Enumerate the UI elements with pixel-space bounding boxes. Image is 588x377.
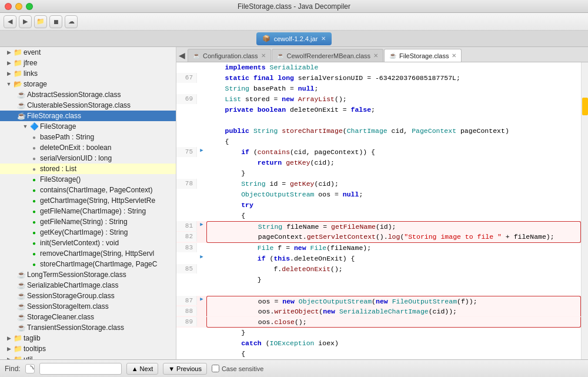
tree-item-jfree[interactable]: ▶ 📁 jfree — [0, 58, 176, 68]
tab-label: Configuration.class — [203, 52, 258, 59]
code-line: String basePath = null; — [176, 84, 581, 94]
jar-tab[interactable]: 📦 cewolf-1.2.4.jar ✕ — [256, 32, 332, 45]
code-line: 75 ▶ if (contains(cid, pageContext)) { — [176, 147, 581, 158]
previous-button[interactable]: ▼ Previous — [163, 363, 207, 375]
tree-item-contains[interactable]: ● contains(ChartImage, PageContext) — [0, 185, 176, 195]
tree-item-sessionitem[interactable]: ☕ SessionStorageItem.class — [0, 301, 176, 312]
line-number: 81 — [176, 221, 197, 231]
tree-item-abstractsession[interactable]: ☕ AbstractSessionStorage.class — [0, 89, 176, 100]
tab-label: CewolfRendererMBean.class — [287, 52, 370, 59]
line-marker: ▶ — [197, 221, 206, 229]
next-button[interactable]: ▲ Next — [126, 363, 159, 375]
tree-label: jfree — [24, 59, 37, 67]
tree-label: FileStorage — [40, 122, 76, 131]
tab-configuration[interactable]: ☕ Configuration.class ✕ — [188, 49, 271, 62]
tree-item-longterm[interactable]: ☕ LongTermSessionStorage.class — [0, 269, 176, 280]
tab-filestorage[interactable]: ☕ FileStorage.class ✕ — [384, 49, 462, 62]
tree-item-storechart[interactable]: ● storeChartImage(ChartImage, PageC — [0, 259, 176, 269]
tree-item-tooltips[interactable]: ▶ 📁 tooltips — [0, 343, 176, 354]
class-icon: ☕ — [16, 90, 26, 99]
stop-button[interactable]: ⏹ — [49, 15, 62, 28]
code-line: catch (IOException ioex) — [176, 338, 581, 349]
tree-item-filestorage[interactable]: ☕ FileStorage.class — [0, 111, 176, 121]
code-line-82: 82 pageContext.getServletContext().log("… — [176, 232, 581, 242]
tree-label: getFileName(ChartImage) : String — [40, 207, 146, 215]
tree-item-serializable[interactable]: ☕ SerializableChartImage.class — [0, 280, 176, 291]
tree-item-transientsession[interactable]: ☕ TransientSessionStorage.class — [0, 322, 176, 333]
line-code: { — [206, 349, 581, 359]
back-button[interactable]: ◀ — [4, 15, 16, 28]
class-icon: ☕ — [16, 291, 26, 301]
line-number: 89 — [176, 317, 197, 327]
tree-item-filestorage-folder[interactable]: ▼ 🔷 FileStorage — [0, 121, 176, 132]
tree-item-util[interactable]: ▶ 📁 util — [0, 354, 176, 359]
prev-icon: ▼ — [168, 365, 175, 372]
line-code: static final long serialVersionUID = -63… — [206, 73, 581, 83]
tree-item-event[interactable]: ▶ 📁 event — [0, 47, 176, 58]
tab-nav-prev[interactable]: ◀ — [176, 49, 187, 62]
tree-item-constructor[interactable]: ● FileStorage() — [0, 174, 176, 185]
tree-item-taglib[interactable]: ▶ 📁 taglib — [0, 333, 176, 343]
tree-item-serialversionuid[interactable]: ● serialVersionUID : long — [0, 153, 176, 164]
code-area: ◀ ☕ Configuration.class ✕ ☕ CewolfRender… — [176, 47, 588, 359]
tree-item-storagecleaner[interactable]: ☕ StorageCleaner.class — [0, 312, 176, 322]
method-icon: ● — [29, 196, 39, 205]
spinner-icon — [26, 365, 34, 373]
tree-label: FileStorage() — [40, 175, 81, 184]
line-code: File f = new File(fileName); — [206, 243, 581, 253]
code-line: return getKey(cid); — [176, 158, 581, 168]
tree-label: StorageCleaner.class — [27, 313, 94, 321]
sidebar[interactable]: ▶ 📁 event ▶ 📁 jfree ▶ 📁 links ▼ 📂 storag… — [0, 47, 176, 359]
tree-item-getfilename2[interactable]: ● getFileName(String) : String — [0, 216, 176, 227]
case-sensitive-checkbox[interactable] — [212, 365, 219, 372]
tree-item-sessiongroup[interactable]: ☕ SessionStorageGroup.class — [0, 291, 176, 301]
open-file-button[interactable]: 📁 — [34, 15, 47, 28]
tab-close-icon[interactable]: ✕ — [452, 52, 456, 59]
case-sensitive-label: Case sensitive — [222, 365, 264, 372]
line-code: pageContext.getServletContext().log("Sto… — [206, 232, 581, 242]
maximize-button[interactable] — [26, 3, 33, 10]
close-button[interactable] — [5, 3, 12, 10]
case-sensitive-checkbox-label[interactable]: Case sensitive — [212, 365, 264, 372]
arrow-icon: ▶ — [5, 48, 13, 56]
line-marker: ▶ — [197, 296, 206, 304]
tree-item-clusterable[interactable]: ☕ ClusterableSessionStorage.class — [0, 100, 176, 111]
tree-item-getkey[interactable]: ● getKey(ChartImage) : String — [0, 227, 176, 238]
tree-item-deleteonexit[interactable]: ● deleteOnExit : boolean — [0, 142, 176, 153]
cloud-button[interactable]: ☁ — [65, 15, 78, 28]
tree-item-getchartimage[interactable]: ● getChartImage(String, HttpServletRe — [0, 195, 176, 206]
line-code: } — [206, 168, 581, 178]
tree-label: storeChartImage(ChartImage, PageC — [40, 260, 157, 268]
tree-label: deleteOnExit : boolean — [40, 144, 111, 152]
tree-label: util — [24, 355, 32, 359]
tab-close-icon[interactable]: ✕ — [373, 52, 378, 59]
tree-item-links[interactable]: ▶ 📁 links — [0, 68, 176, 79]
class-icon: ☕ — [16, 270, 26, 279]
folder-icon: 📁 — [13, 355, 22, 359]
code-line: try — [176, 200, 581, 211]
tree-item-stored[interactable]: ● stored : List — [0, 164, 176, 174]
tree-item-storage[interactable]: ▼ 📂 storage — [0, 79, 176, 89]
tab-cewolfmbean[interactable]: ☕ CewolfRendererMBean.class ✕ — [272, 49, 383, 62]
line-code: if (this.deleteOnExit) { — [206, 253, 581, 263]
code-content[interactable]: implements Serializable 67 static final … — [176, 62, 581, 359]
line-code: { — [206, 136, 581, 146]
vertical-scrollbar-thumb[interactable] — [582, 98, 588, 115]
tree-item-basepath[interactable]: ● basePath : String — [0, 132, 176, 142]
tree-item-removechart[interactable]: ● removeChartImage(String, HttpServl — [0, 248, 176, 259]
tree-item-getfilename1[interactable]: ● getFileName(ChartImage) : String — [0, 206, 176, 216]
vertical-scrollbar-track[interactable] — [581, 62, 588, 359]
line-code: try — [206, 200, 581, 210]
find-input[interactable] — [39, 363, 122, 375]
tree-label: taglib — [24, 334, 41, 342]
forward-button[interactable]: ▶ — [19, 15, 32, 28]
code-line: 69 List stored = new ArrayList(); — [176, 94, 581, 105]
tab-close-icon[interactable]: ✕ — [261, 52, 266, 59]
class-icon: ☕ — [16, 302, 26, 311]
arrow-icon: ▼ — [5, 80, 13, 88]
line-number: 78 — [176, 179, 197, 189]
find-spinner — [25, 364, 35, 373]
minimize-button[interactable] — [15, 3, 22, 10]
jar-tab-close-button[interactable]: ✕ — [321, 35, 326, 42]
tree-item-init[interactable]: ● init(ServletContext) : void — [0, 238, 176, 248]
